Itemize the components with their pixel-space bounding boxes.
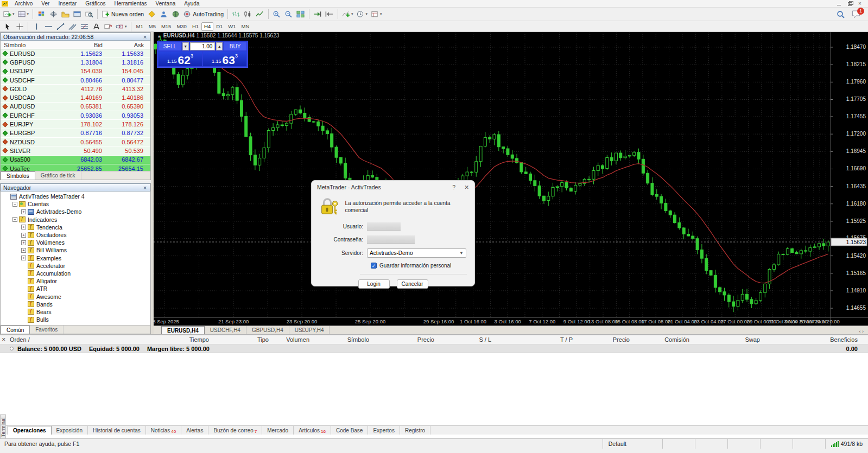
chart-shift-button[interactable]: [324, 9, 335, 20]
terminal-tab-mercado[interactable]: Mercado: [262, 426, 294, 435]
symbol-row-usdcad[interactable]: USDCAD1.401691.40186: [1, 93, 150, 102]
tree-item-osciladores[interactable]: +Osciladores: [1, 231, 150, 239]
terminal-tab-buz-n-de-correo[interactable]: Buzón de correo7: [208, 426, 262, 435]
symbol-row-gbpusd[interactable]: GBPUSD1.318041.31816: [1, 58, 150, 67]
tree-item-vol-menes[interactable]: +Volúmenes: [1, 239, 150, 246]
terminal-tab-exposici-n[interactable]: Exposición: [52, 426, 88, 435]
channel-tool[interactable]: [66, 21, 78, 32]
sell-button[interactable]: SELL: [159, 42, 181, 50]
tree-item-cuentas[interactable]: −Cuentas: [1, 200, 150, 208]
terminal-column-volumen[interactable]: Volumen: [273, 336, 314, 343]
expand-icon[interactable]: +: [21, 240, 26, 245]
text-tool[interactable]: [90, 21, 102, 32]
terminal-tab-registro[interactable]: Registro: [400, 426, 430, 435]
close-icon[interactable]: ✕: [2, 337, 6, 342]
terminal-column-precio[interactable]: Precio: [577, 336, 634, 343]
terminal-tab-noticias[interactable]: Noticias40: [146, 426, 181, 435]
search-icon[interactable]: [837, 10, 845, 18]
symbol-row-usdjpy[interactable]: USDJPY154.039154.045: [1, 67, 150, 76]
profiles-button[interactable]: ▾: [16, 9, 31, 20]
ask-price-display[interactable]: 1.15 63 3: [203, 52, 246, 66]
chart-tab-usdchf-h4[interactable]: USDCHF,H4: [205, 326, 246, 334]
tree-item-indicadores[interactable]: −Indicadores: [1, 216, 150, 224]
timeframe-d1[interactable]: D1: [213, 22, 225, 31]
remember-checkbox[interactable]: [371, 263, 377, 269]
menu-item-ver[interactable]: Ver: [37, 1, 54, 7]
notifications-icon[interactable]: 1: [852, 10, 860, 19]
symbol-row-usatec[interactable]: UsaTec25652.8525654.15: [1, 164, 150, 171]
chart-window[interactable]: ▴ EURUSD,H4 1.15582 1.15644 1.15575 1.15…: [154, 32, 868, 326]
periods-button[interactable]: ▾: [354, 9, 369, 20]
terminal-tab-code-base[interactable]: Code Base: [331, 426, 368, 435]
market-watch-button[interactable]: [35, 9, 47, 20]
bid-price-display[interactable]: 1.15 62 3: [159, 52, 202, 66]
tree-item-activtrades-metatrader-4[interactable]: +ActivTrades MetaTrader 4: [1, 193, 150, 200]
tree-item-accumulation[interactable]: +Accumulation: [1, 270, 150, 277]
trendline-tool[interactable]: [54, 21, 66, 32]
expand-icon[interactable]: +: [21, 256, 26, 260]
terminal-column-beneficios[interactable]: Beneficios: [764, 336, 868, 343]
tab-favoritos[interactable]: Favoritos: [30, 326, 64, 334]
tab-s-mbolos[interactable]: Símbolos: [1, 171, 35, 180]
symbol-row-eurjpy[interactable]: EURJPY178.102178.126: [1, 120, 150, 129]
password-input[interactable]: [367, 235, 415, 244]
menu-item-ayuda[interactable]: Ayuda: [180, 1, 204, 7]
fibonacci-tool[interactable]: [78, 21, 90, 32]
symbol-row-eurgbp[interactable]: EURGBP0.877160.87732: [1, 129, 150, 138]
community-button[interactable]: [157, 9, 169, 20]
volume-decrease-button[interactable]: ▼: [182, 42, 189, 50]
menu-item-herramientas[interactable]: Herramientas: [110, 1, 151, 7]
tree-item-bears[interactable]: +Bears: [1, 308, 150, 316]
bar-chart-button[interactable]: [230, 9, 242, 20]
line-chart-button[interactable]: [254, 9, 266, 20]
terminal-side-tab[interactable]: Terminal: [0, 414, 6, 439]
shapes-tool[interactable]: ▾: [114, 21, 129, 32]
zoom-out-button[interactable]: [283, 9, 295, 20]
expand-icon[interactable]: +: [21, 233, 26, 238]
collapse-icon[interactable]: −: [12, 217, 17, 222]
chart-tab-usdjpy-h4[interactable]: USDJPY,H4: [289, 326, 330, 334]
indicators-button[interactable]: ▾: [340, 9, 355, 20]
terminal-button[interactable]: [71, 9, 83, 20]
tree-item-tendencia[interactable]: +Tendencia: [1, 224, 150, 231]
expand-icon[interactable]: +: [21, 209, 26, 214]
close-button[interactable]: ×: [858, 1, 864, 6]
zoom-in-button[interactable]: [271, 9, 283, 20]
terminal-tab-operaciones[interactable]: Operaciones: [8, 426, 52, 435]
login-input[interactable]: [367, 222, 401, 231]
chart-tab-gbpusd-h4[interactable]: GBPUSD,H4: [246, 326, 289, 334]
terminal-column-tipo[interactable]: Tipo: [213, 336, 273, 343]
volume-increase-button[interactable]: ▲: [216, 42, 223, 50]
autotrading-button[interactable]: AutoTrading: [181, 9, 225, 20]
candlestick-button[interactable]: [242, 9, 254, 20]
tree-item-accelerator[interactable]: +Accelerator: [1, 262, 150, 270]
auto-scroll-button[interactable]: [312, 9, 324, 20]
cancel-button[interactable]: Cancelar: [397, 279, 428, 289]
terminal-column-s-l[interactable]: S / L: [439, 336, 496, 343]
symbol-row-gold[interactable]: GOLD4112.764113.32: [1, 85, 150, 93]
crosshair-tool[interactable]: [14, 21, 26, 32]
metaeditor-button[interactable]: [145, 9, 157, 20]
tree-item-bands[interactable]: +Bands: [1, 301, 150, 308]
templates-button[interactable]: ▾: [369, 9, 384, 20]
server-select[interactable]: Activtrades-Demo ▼: [367, 248, 466, 258]
chart-collapse-icon[interactable]: ▴: [158, 34, 160, 39]
column-header-símbolo[interactable]: Símbolo: [1, 41, 65, 49]
menu-item-gráficos[interactable]: Gráficos: [81, 1, 110, 7]
terminal-column-comisi-n[interactable]: Comisión: [634, 336, 694, 343]
text-label-tool[interactable]: [102, 21, 114, 32]
tree-item-atr[interactable]: +ATR: [1, 285, 150, 292]
chart-tab-eurusd-h4[interactable]: EURUSD,H4: [161, 326, 205, 334]
symbol-row-usa500[interactable]: Usa5006842.036842.67: [1, 156, 150, 164]
symbol-row-eurusd[interactable]: EURUSD1.156231.15633: [1, 49, 150, 58]
terminal-column-swap[interactable]: Swap: [694, 336, 764, 343]
terminal-tab-expertos[interactable]: Expertos: [368, 426, 400, 435]
minimize-button[interactable]: [837, 1, 842, 6]
timeframe-w1[interactable]: W1: [225, 22, 238, 31]
timeframe-m1[interactable]: M1: [134, 22, 146, 31]
symbol-row-nzdusd[interactable]: NZDUSD0.564550.56472: [1, 138, 150, 146]
navigator-button[interactable]: [59, 9, 71, 20]
tree-item-alligator[interactable]: +Alligator: [1, 277, 150, 285]
cursor-tool[interactable]: [2, 21, 14, 32]
restore-button[interactable]: [847, 1, 853, 6]
